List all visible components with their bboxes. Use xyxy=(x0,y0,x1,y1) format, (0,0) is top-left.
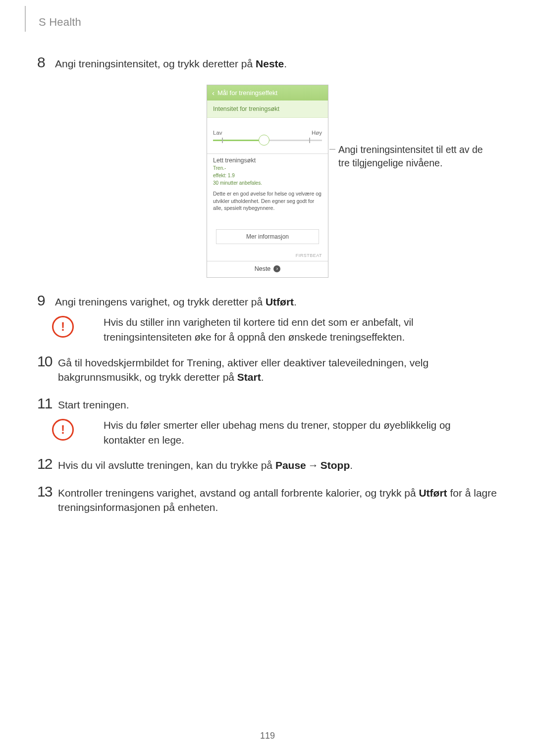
step-8: 8 Angi treningsintensitet, og trykk dere… xyxy=(37,54,498,71)
step-9: 9 Angi treningens varighet, og trykk der… xyxy=(37,293,498,309)
text: Kontroller treningens varighet, avstand … xyxy=(58,487,419,499)
step-text: Hvis du vil avslutte treningen, kan du t… xyxy=(58,456,353,472)
figure-annotation: Angi treningsintensitet til ett av de tr… xyxy=(338,143,487,169)
step-number: 13 xyxy=(37,484,55,500)
caution-text: Hvis du stiller inn varigheten til korte… xyxy=(79,315,498,344)
step-number: 8 xyxy=(37,54,52,70)
intensity-slider[interactable]: Lav Høy xyxy=(207,118,328,149)
step-text: Angi treningens varighet, og trykk deret… xyxy=(55,293,297,309)
effect-line: effekt: 1.9 xyxy=(207,171,328,179)
intensity-description: Dette er en god øvelse for helse og velv… xyxy=(207,186,328,211)
figure: ‹ Mål for treningseffekt Intensitet for … xyxy=(37,85,498,278)
phone-header[interactable]: ‹ Mål for treningseffekt xyxy=(207,85,328,101)
step-text: Gå til hovedskjermbildet for Trening, ak… xyxy=(58,353,498,385)
page-number: 119 xyxy=(0,731,535,741)
annotation-connector xyxy=(329,149,335,150)
text: Hvis du vil avslutte treningen, kan du t… xyxy=(58,459,275,471)
slider-track xyxy=(213,140,264,141)
bold: Start xyxy=(237,371,261,383)
arrow-icon: → xyxy=(308,458,319,472)
caution-icon: ! xyxy=(52,316,74,338)
text: . xyxy=(261,371,264,383)
next-chevron-icon: › xyxy=(273,265,280,272)
caution-note: ! Hvis du stiller inn varigheten til kor… xyxy=(37,315,498,344)
caution-icon: ! xyxy=(52,419,74,441)
text: Angi treningens varighet, og trykk deret… xyxy=(55,296,266,307)
text: Angi treningsintensitet, og trykk derett… xyxy=(55,58,256,69)
text: . xyxy=(284,58,287,69)
caution-text: Hvis du føler smerter eller ubehag mens … xyxy=(79,418,498,447)
step-number: 11 xyxy=(37,396,55,411)
step-12: 12 Hvis du vil avslutte treningen, kan d… xyxy=(37,456,498,472)
step-10: 10 Gå til hovedskjermbildet for Trening,… xyxy=(37,353,498,385)
slider-thumb-icon[interactable] xyxy=(259,135,269,146)
step-number: 12 xyxy=(37,456,55,472)
effect-line: Tren.- xyxy=(207,164,328,171)
text: . xyxy=(350,459,353,471)
slider-track xyxy=(264,140,322,141)
phone-screenshot: ‹ Mål for treningseffekt Intensitet for … xyxy=(207,85,328,278)
divider xyxy=(207,153,328,154)
next-button[interactable]: Neste › xyxy=(207,261,328,277)
slider-tick xyxy=(222,138,223,143)
bold: Neste xyxy=(256,58,284,69)
caution-note: ! Hvis du føler smerter eller ubehag men… xyxy=(37,418,498,447)
bold: Stopp xyxy=(321,459,350,471)
phone-subheader: Intensitet for treningsøkt xyxy=(207,101,328,118)
step-text: Kontroller treningens varighet, avstand … xyxy=(58,484,498,515)
effect-line: 30 minutter anbefales. xyxy=(207,179,328,186)
bold: Utført xyxy=(266,296,294,307)
bold: Pause xyxy=(275,459,306,471)
more-info-button[interactable]: Mer informasjon xyxy=(216,229,319,244)
text: . xyxy=(294,296,297,307)
step-number: 9 xyxy=(37,293,52,308)
step-13: 13 Kontroller treningens varighet, avsta… xyxy=(37,484,498,515)
brand-label: FIRSTBEAT xyxy=(207,244,328,261)
bold: Utført xyxy=(419,487,447,499)
back-chevron-icon[interactable]: ‹ xyxy=(212,89,214,97)
next-label: Neste xyxy=(255,265,271,272)
phone-header-title: Mål for treningseffekt xyxy=(217,89,277,97)
slider-high-label: Høy xyxy=(312,130,322,136)
header-title: S Health xyxy=(39,16,81,29)
step-text: Start treningen. xyxy=(58,396,129,412)
page: S Health 8 Angi treningsintensitet, og t… xyxy=(0,0,535,756)
slider-low-label: Lav xyxy=(213,130,222,136)
intensity-level-heading: Lett treningsøkt xyxy=(207,157,328,164)
header-rule xyxy=(25,6,26,32)
step-number: 10 xyxy=(37,353,55,369)
step-11: 11 Start treningen. xyxy=(37,396,498,412)
slider-tick xyxy=(309,138,310,143)
step-text: Angi treningsintensitet, og trykk derett… xyxy=(55,54,287,71)
